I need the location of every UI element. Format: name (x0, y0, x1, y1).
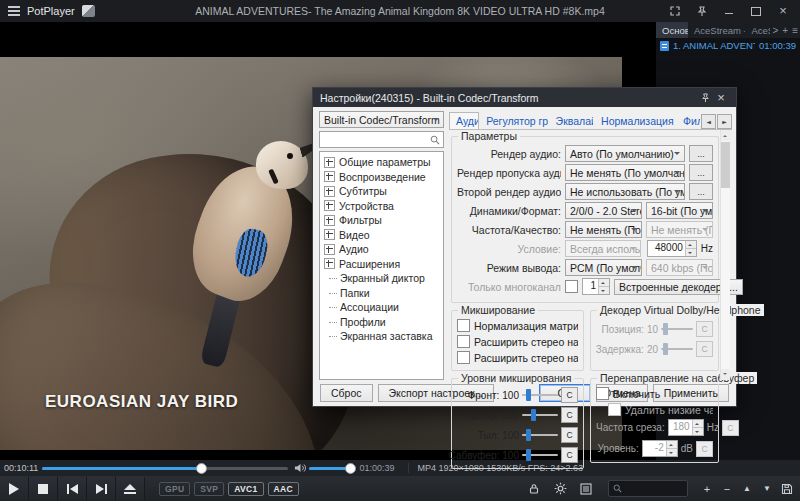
tree-item-filters[interactable]: Фильтры (324, 213, 443, 228)
tab-filters[interactable]: Фил (676, 112, 701, 129)
settings-gear-icon[interactable] (548, 479, 572, 499)
pin-icon[interactable] (695, 4, 709, 18)
dialog-titlebar[interactable]: Настройки(240315) - Built-in Codec/Trans… (313, 88, 736, 107)
matrix-normalize-checkbox[interactable] (457, 319, 470, 332)
spinner-arrows[interactable] (666, 441, 677, 456)
subwoofer-enable-checkbox[interactable] (596, 387, 609, 400)
rear-reset-button[interactable]: C (561, 427, 578, 443)
previous-button[interactable] (58, 477, 87, 500)
tree-item-screensaver[interactable]: Экранная заставка (324, 329, 443, 344)
tree-item-narrator[interactable]: Экранный диктор (324, 271, 443, 286)
content-scrollbar[interactable] (720, 130, 730, 380)
tree-item-extensions[interactable]: Расширения (324, 257, 443, 272)
sample-rate-spinner[interactable]: 48000 (647, 240, 697, 257)
tab-next-icon[interactable]: ► (717, 114, 732, 129)
lock-icon[interactable] (522, 479, 546, 499)
playlist-item[interactable]: 1. ANIMAL ADVENTURES- The Amazing Anim..… (656, 38, 800, 53)
subwoofer-level-slider[interactable] (522, 449, 558, 461)
volume-bar[interactable] (309, 463, 351, 473)
tree-item-devices[interactable]: Устройства (324, 199, 443, 214)
scroll-up-icon[interactable] (721, 130, 730, 141)
play-button[interactable] (0, 477, 29, 500)
spinner-arrows[interactable] (685, 241, 696, 256)
front-level-slider[interactable] (522, 389, 558, 401)
close-icon[interactable]: × (776, 4, 790, 18)
tree-item-general[interactable]: Общие параметры (324, 155, 443, 170)
speakers-select[interactable]: 2/0/0 - 2.0 Stereo (По (565, 202, 642, 219)
move-down-icon[interactable]: ▼ (758, 484, 776, 493)
skip-renderer-select[interactable]: Не менять (По умолчанию) (565, 164, 685, 181)
tab-normalization[interactable]: Нормализация громкости (594, 112, 676, 129)
tab-equalizer[interactable]: Эквалайзер (549, 112, 594, 129)
expander-icon[interactable] (324, 244, 335, 255)
next-button[interactable] (87, 477, 116, 500)
renderer-more-button[interactable]: ... (689, 145, 713, 162)
minimize-icon[interactable] (722, 4, 736, 18)
reset-button[interactable]: Сброс (320, 384, 373, 402)
playlist-search-box[interactable] (608, 480, 688, 497)
audio-renderer-select[interactable]: Авто (По умолчанию) (565, 145, 685, 162)
dialog-close-icon[interactable]: × (713, 92, 729, 104)
volume-thumb[interactable] (345, 463, 356, 474)
tree-item-subtitles[interactable]: Субтитры (324, 184, 443, 199)
second-renderer-select[interactable]: Не использовать (По умолчанию) (565, 183, 685, 200)
second-more-button[interactable]: ... (689, 183, 713, 200)
expander-icon[interactable] (324, 157, 335, 168)
playlist-menu-icon[interactable]: ≡ (790, 22, 800, 38)
dolby-position-slider[interactable] (661, 323, 693, 335)
expander-icon[interactable] (324, 229, 335, 240)
tree-item-video[interactable]: Видео (324, 228, 443, 243)
quality-select[interactable]: Не менять (По умо (646, 221, 713, 238)
dolby-delay-slider[interactable] (661, 343, 693, 355)
scroll-down-icon[interactable] (721, 369, 730, 380)
tree-item-audio[interactable]: Аудио (324, 242, 443, 257)
multichannel-spinner[interactable]: 1 (582, 278, 610, 295)
settings-search-box[interactable] (319, 131, 444, 148)
avc1-badge[interactable]: AVC1 (228, 482, 263, 496)
subwoofer-reset-button[interactable]: C (561, 447, 578, 463)
dialog-pin-icon[interactable] (697, 93, 713, 103)
center-level-slider[interactable] (522, 409, 558, 421)
remove-low-freq-checkbox[interactable] (608, 403, 621, 416)
save-playlist-icon[interactable] (778, 479, 796, 499)
expander-icon[interactable] (324, 215, 335, 226)
tab-audio[interactable]: Аудио (449, 112, 479, 129)
aac-badge[interactable]: AAC (268, 482, 299, 496)
seek-thumb[interactable] (196, 463, 207, 474)
tree-item-folders[interactable]: Папки (324, 286, 443, 301)
dolby-position-reset-button[interactable]: C (696, 321, 713, 337)
tree-item-associations[interactable]: Ассоциации (324, 300, 443, 315)
playlist-toggle-icon[interactable] (574, 479, 598, 499)
potplayer-logo-icon[interactable] (82, 5, 95, 17)
cutoff-reset-button[interactable]: C (722, 420, 739, 436)
expander-icon[interactable] (324, 171, 335, 182)
expand-icon[interactable] (668, 4, 682, 18)
codec-select[interactable]: Built-in Codec/Transform (319, 111, 444, 128)
tab-volume-control[interactable]: Регулятор громкости (479, 112, 548, 129)
expander-icon[interactable] (324, 200, 335, 211)
tree-item-playback[interactable]: Воспроизведение (324, 170, 443, 185)
expander-icon[interactable] (324, 186, 335, 197)
stop-button[interactable] (29, 477, 58, 500)
expander-icon[interactable] (324, 258, 335, 269)
subwoofer-level-spinner[interactable]: -2 (642, 440, 678, 457)
add-to-playlist-icon[interactable]: + (698, 483, 716, 495)
spinner-arrows[interactable] (598, 279, 609, 294)
stereo-to-rear-checkbox[interactable] (457, 351, 470, 364)
tree-item-profiles[interactable]: Профили (324, 315, 443, 330)
playlist-tab-main[interactable]: Основной (656, 22, 688, 38)
gpu-badge[interactable]: GPU (159, 482, 190, 496)
move-up-icon[interactable]: ▲ (738, 484, 756, 493)
svp-badge[interactable]: SVP (194, 482, 224, 496)
spinner-arrows[interactable] (692, 420, 703, 435)
cutoff-frequency-spinner[interactable]: 180 (668, 419, 704, 436)
remove-from-playlist-icon[interactable]: − (718, 483, 736, 495)
stereo-to-center-checkbox[interactable] (457, 335, 470, 348)
front-reset-button[interactable]: C (561, 387, 578, 403)
scrollbar-thumb[interactable] (721, 142, 730, 188)
rear-level-slider[interactable] (522, 429, 558, 441)
main-menu-icon[interactable] (8, 6, 20, 16)
tab-prev-icon[interactable]: ◄ (701, 114, 716, 129)
dolby-delay-reset-button[interactable]: C (696, 341, 713, 357)
playlist-tabs-scroll-icon[interactable]: > (770, 22, 780, 38)
